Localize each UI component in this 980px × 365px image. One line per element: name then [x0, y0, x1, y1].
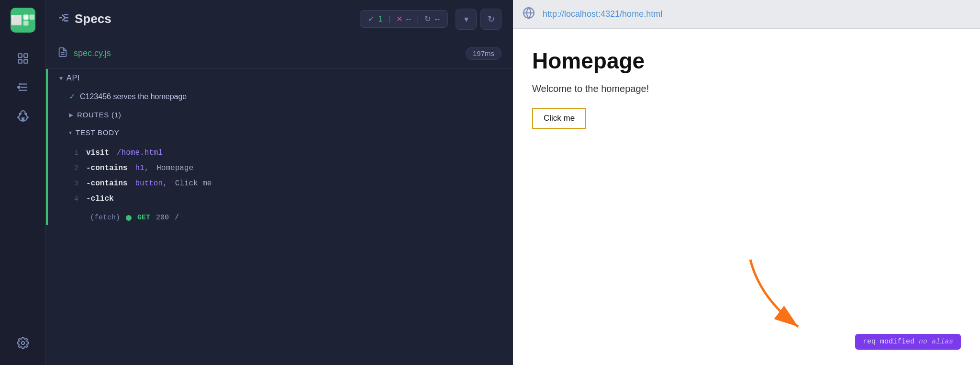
test-case-name: C123456 serves the homepage — [80, 92, 187, 101]
running-count: -- — [434, 15, 440, 23]
svg-rect-0 — [23, 14, 28, 20]
arrow-indicator — [722, 250, 827, 336]
preview-panel: http://localhost:4321/home.html Homepage… — [513, 0, 980, 365]
page-title: Specs — [57, 11, 352, 27]
cmd-contains-2-arg1: button, — [135, 179, 167, 188]
spec-file-info: spec.cy.js — [57, 47, 111, 60]
spec-file-name: spec.cy.js — [74, 48, 111, 58]
loading-icon: ↻ — [424, 14, 431, 23]
cmd-contains-1-arg1: h1, — [135, 164, 149, 172]
req-badge-alias: no alias — [919, 338, 953, 346]
svg-point-13 — [21, 342, 24, 345]
test-pass-icon: ✓ — [69, 92, 75, 101]
svg-rect-1 — [29, 14, 34, 20]
header-actions: ▾ ↻ — [456, 9, 501, 30]
header-bar: Specs ✓ 1 | ✕ -- | ↻ -- ▾ ↻ — [46, 0, 513, 38]
code-line-2[interactable]: 2 -contains h1, Homepage — [69, 160, 501, 176]
line-number-4: 4 — [69, 195, 78, 203]
sidebar-item-specs[interactable] — [11, 46, 35, 71]
suite-chevron: ▾ — [59, 74, 63, 82]
code-line-3[interactable]: 3 -contains button, Click me — [69, 176, 501, 191]
fetch-path: / — [175, 214, 179, 222]
sidebar-item-debug[interactable] — [11, 103, 35, 128]
chevron-down-icon: ▾ — [464, 14, 468, 24]
sidebar — [0, 0, 46, 365]
cmd-contains-2-arg2: Click me — [175, 179, 212, 188]
code-lines: 1 visit /home.html 2 -contains h1, Homep… — [48, 141, 513, 210]
test-case-row[interactable]: ✓ C123456 serves the homepage — [48, 87, 513, 106]
cmd-visit-arg: /home.html — [117, 148, 163, 157]
fail-count: -- — [406, 15, 412, 23]
specs-title-icon — [57, 11, 70, 27]
code-line-4[interactable]: 4 -click — [69, 191, 501, 206]
dropdown-button[interactable]: ▾ — [456, 9, 477, 30]
click-me-button[interactable]: Click me — [532, 108, 586, 129]
page-heading: Homepage — [532, 48, 961, 74]
pass-count: 1 — [378, 15, 382, 23]
line-number-1: 1 — [69, 149, 78, 157]
fetch-status-dot — [126, 215, 132, 221]
sidebar-item-runs[interactable] — [11, 75, 35, 100]
test-content: ▾ API ✓ C123456 serves the homepage ▶ RO… — [46, 69, 513, 365]
cmd-contains-1: -contains — [86, 164, 127, 172]
routes-row[interactable]: ▶ ROUTES (1) — [48, 106, 513, 124]
fetch-method: GET — [137, 214, 150, 222]
browser-url[interactable]: http://localhost:4321/home.html — [543, 9, 662, 19]
app-logo — [11, 8, 35, 33]
pass-icon: ✓ — [368, 14, 374, 23]
test-body-chevron: ▾ — [69, 129, 72, 136]
page-welcome-text: Welcome to the homepage! — [532, 83, 961, 94]
fetch-status-code: 200 — [156, 214, 169, 222]
cmd-visit: visit — [86, 148, 109, 157]
req-badge-text: req modified — [863, 338, 919, 346]
spec-extension: .cy.js — [92, 48, 111, 58]
page-title-text: Specs — [75, 11, 111, 26]
refresh-button[interactable]: ↻ — [480, 9, 501, 30]
fetch-label: (fetch) — [90, 214, 120, 222]
test-panel: Specs ✓ 1 | ✕ -- | ↻ -- ▾ ↻ — [46, 0, 513, 365]
file-icon — [57, 47, 68, 60]
cmd-click: -click — [86, 194, 114, 203]
svg-rect-6 — [24, 59, 28, 63]
routes-label: ROUTES (1) — [77, 111, 122, 119]
page-content: Homepage Welcome to the homepage! Click … — [513, 29, 980, 365]
svg-rect-3 — [18, 54, 22, 57]
spec-file-bar: spec.cy.js 197ms — [46, 38, 513, 69]
suite-row-api[interactable]: ▾ API — [48, 69, 513, 87]
cmd-contains-1-arg2: Homepage — [156, 164, 193, 172]
target-icon — [523, 7, 535, 22]
status-bar: ✓ 1 | ✕ -- | ↻ -- — [360, 10, 448, 28]
fetch-row[interactable]: (fetch) GET 200 / — [48, 210, 513, 225]
sidebar-item-settings[interactable] — [11, 331, 35, 355]
browser-bar: http://localhost:4321/home.html — [513, 0, 980, 29]
refresh-icon: ↻ — [488, 14, 495, 24]
fail-icon: ✕ — [396, 14, 402, 23]
spec-duration: 197ms — [466, 47, 501, 60]
test-body-header[interactable]: ▾ TEST BODY — [48, 124, 513, 141]
spec-name-bold: spec — [74, 48, 92, 58]
suite-name: API — [67, 74, 80, 82]
svg-rect-4 — [24, 54, 28, 57]
code-line-1[interactable]: 1 visit /home.html — [69, 145, 501, 160]
svg-rect-2 — [23, 21, 28, 26]
line-number-3: 3 — [69, 180, 78, 188]
test-body-label: TEST BODY — [76, 128, 120, 137]
svg-rect-5 — [18, 59, 22, 63]
cmd-contains-2: -contains — [86, 179, 127, 188]
line-number-2: 2 — [69, 164, 78, 172]
test-suite: ▾ API ✓ C123456 serves the homepage ▶ RO… — [46, 69, 513, 225]
req-badge: req modified no alias — [855, 334, 961, 350]
svg-point-10 — [18, 86, 20, 88]
routes-chevron: ▶ — [69, 112, 73, 118]
